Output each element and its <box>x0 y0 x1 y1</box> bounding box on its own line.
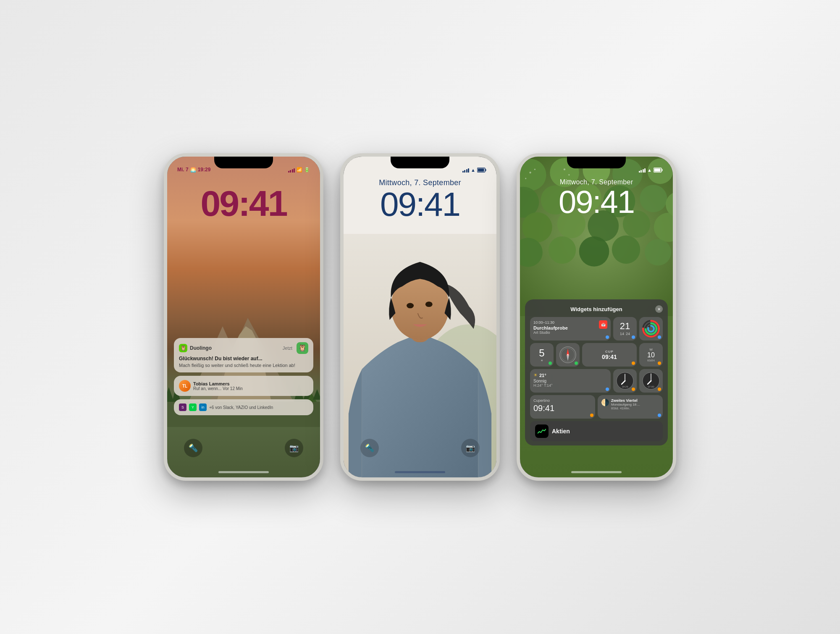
weather-sun: ☀ <box>533 372 538 378</box>
svg-point-38 <box>612 236 640 264</box>
widget-dot-wind <box>658 362 661 365</box>
svg-marker-7 <box>167 387 174 402</box>
calendar-location: Art Studio <box>533 330 607 335</box>
steps-label: ☀ <box>541 359 543 362</box>
flashlight-button-2[interactable]: 🔦 <box>360 439 379 457</box>
widget-panel: Widgets hinzufügen ✕ 10:00–11:30 Durchla… <box>525 299 668 445</box>
widget-dot-clock1 <box>632 388 635 391</box>
svg-point-16 <box>407 303 414 309</box>
notif-tobias[interactable]: TL Tobias Lammers Ruf an, wenn... Vor 12… <box>174 376 313 396</box>
phone-2: ▲ Mittwoch, 7. September 09:41 <box>340 153 500 481</box>
svg-text:19:29: 19:29 <box>622 385 628 388</box>
moon-phase-label: Zweites Viertel <box>611 398 640 403</box>
cupertino-time: 09:41 <box>533 403 592 413</box>
aktien-icon <box>535 424 549 438</box>
tobias-msg: Ruf an, wenn... Vor 12 Min <box>193 386 308 391</box>
notif-more[interactable]: S Y in +6 von Slack, YAZIO und LinkedIn <box>174 399 313 415</box>
phone-1-screen: Mi. 7 🌅 19:29 📶 🔋 09:41 <box>167 157 320 477</box>
svg-point-36 <box>549 236 576 264</box>
widget-cupertino[interactable]: Cupertino 09:41 <box>530 395 595 419</box>
flashlight-button-1[interactable]: 🔦 <box>184 439 202 457</box>
svg-rect-48 <box>654 169 661 172</box>
widget-panel-title: Widgets hinzufügen <box>538 306 655 312</box>
weather-range: H:24° T:14° <box>533 383 607 388</box>
signal-bars-2 <box>462 168 470 173</box>
svg-text:07:00: 07:00 <box>648 385 654 388</box>
svg-point-59 <box>567 354 569 356</box>
widget-weather[interactable]: ☀ 21° Sonnig H:24° T:14° <box>530 369 611 393</box>
slack-mini-icon: S <box>179 403 186 411</box>
widget-dot-weather <box>606 388 609 391</box>
status-time-1: 19:29 <box>198 167 211 173</box>
moon-detail: 8Std. 41Min. <box>611 406 640 410</box>
widget-dot-1 <box>606 335 609 339</box>
aktien-bar[interactable]: Aktien <box>530 421 663 441</box>
cup-label: CUP <box>605 350 614 354</box>
notif-duolingo[interactable]: 🦉 Duolingo Jetzt 🦉 Glückwunsch! Du bist … <box>174 338 313 372</box>
wind-unit: KM/H <box>647 359 655 362</box>
widget-clock-2[interactable]: 07:00 <box>639 369 663 393</box>
date-sub1: 14 <box>620 332 624 336</box>
widget-compass[interactable] <box>556 343 580 367</box>
moon-sub: Mondaufgang 18:... <box>611 403 640 406</box>
widget-moon[interactable]: 🌗 Zweites Viertel Mondaufgang 18:... 8St… <box>598 395 663 419</box>
widget-steps[interactable]: 5 ☀ <box>530 343 554 367</box>
widget-cup-time[interactable]: CUP 09:41 <box>582 343 637 367</box>
phone-1-time: 09:41 <box>167 185 320 221</box>
wifi-icon-1: 📶 <box>297 167 302 173</box>
svg-rect-47 <box>662 169 663 171</box>
widget-dot-3 <box>658 335 661 339</box>
widget-dot-cupertino <box>590 414 593 417</box>
date-num: 21 <box>620 322 630 331</box>
signal-bars-1 <box>288 168 295 173</box>
wifi-icon-2: ▲ <box>471 168 475 173</box>
status-icons-2: ▲ <box>462 168 486 173</box>
battery-icon-3 <box>654 168 663 173</box>
widget-date-number[interactable]: 21 14 24 <box>613 317 637 341</box>
widget-dot-cup <box>632 362 635 365</box>
duolingo-avatar: 🦉 <box>297 342 308 354</box>
phone-2-screen: ▲ Mittwoch, 7. September 09:41 <box>344 157 496 477</box>
notif-title-duolingo: Glückwunsch! Du bist wieder auf... <box>179 356 308 362</box>
widget-dot-clock2 <box>658 388 661 391</box>
moon-phase-icon: 🌗 <box>601 398 609 406</box>
widget-dot-compass <box>575 362 578 365</box>
cup-time: 09:41 <box>602 354 617 360</box>
home-indicator-1 <box>218 471 269 473</box>
camera-button-2[interactable]: 📷 <box>461 439 480 457</box>
yazio-mini-icon: Y <box>189 403 197 411</box>
widget-dot-moon <box>658 414 661 417</box>
notch-2 <box>391 157 449 168</box>
svg-marker-8 <box>313 389 320 400</box>
tobias-name: Tobias Lammers <box>193 381 308 386</box>
widget-panel-header: Widgets hinzufügen ✕ <box>530 305 663 313</box>
status-date-1: Mi. 7 <box>177 167 189 173</box>
status-icons-3: ▲ <box>639 168 663 173</box>
date-sub2: 24 <box>626 332 630 336</box>
widget-dot-2 <box>632 335 635 339</box>
widget-wind[interactable]: W 10 KM/H <box>639 343 663 367</box>
sunrise-icon-1: 🌅 <box>190 167 196 173</box>
svg-rect-11 <box>478 169 484 172</box>
notif-time-duolingo: Jetzt <box>283 346 292 351</box>
phone-3-screen: ▲ Mittwoch, 7. September 09:41 Widgets h… <box>520 157 673 477</box>
steps-value: 5 <box>539 347 544 359</box>
widget-calendar[interactable]: 10:00–11:30 Durchlaufprobe Art Studio 📅 <box>530 317 611 341</box>
widget-clock-1[interactable]: 19:29 <box>613 369 637 393</box>
notif-more-text: +6 von Slack, YAZIO und LinkedIn <box>209 405 273 410</box>
clock-1-svg: 19:29 <box>616 372 634 390</box>
phone-1: Mi. 7 🌅 19:29 📶 🔋 09:41 <box>164 153 323 481</box>
svg-point-37 <box>579 236 609 267</box>
widget-activity-rings[interactable] <box>639 317 663 341</box>
camera-button-1[interactable]: 📷 <box>285 439 303 457</box>
compass-svg <box>559 346 577 364</box>
notch-3 <box>567 157 626 168</box>
phone-2-time: 09:41 <box>344 188 496 221</box>
linkedin-mini-icon: in <box>199 403 207 411</box>
svg-rect-10 <box>486 169 486 171</box>
signal-bars-3 <box>639 168 646 173</box>
widget-close-button[interactable]: ✕ <box>655 305 663 313</box>
battery-icon-1: 🔋 <box>304 167 310 173</box>
notch-1 <box>214 157 273 168</box>
weather-temp: 21° <box>539 373 546 378</box>
